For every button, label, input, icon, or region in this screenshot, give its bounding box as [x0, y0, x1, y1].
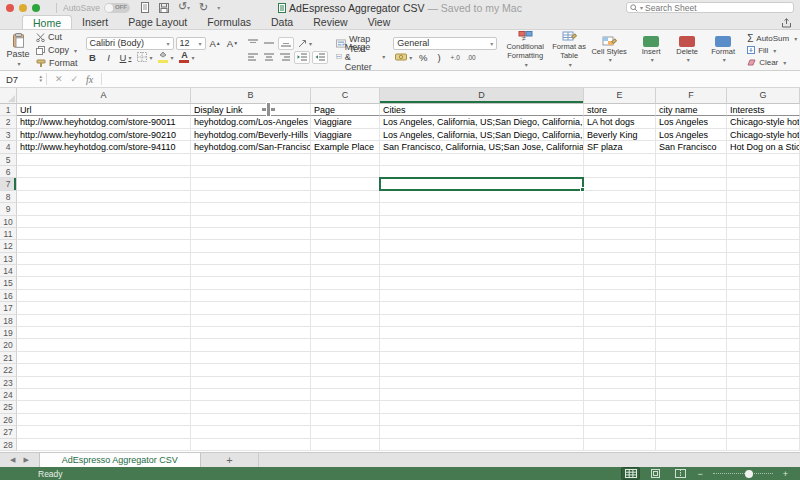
cell-E24[interactable]: [584, 389, 656, 401]
cell-C23[interactable]: [311, 377, 380, 389]
zoom-in-button[interactable]: +: [783, 469, 788, 479]
cell-E15[interactable]: [584, 277, 656, 289]
row-header-3[interactable]: 3: [0, 129, 17, 141]
cell-D28[interactable]: [380, 439, 584, 451]
column-header-A[interactable]: A: [17, 88, 191, 104]
column-header-G[interactable]: G: [727, 88, 800, 104]
cell-B4[interactable]: heyhotdog.com/San-Francisco: [191, 141, 311, 153]
next-sheet-arrow-icon[interactable]: ▶: [23, 456, 28, 464]
cell-E17[interactable]: [584, 302, 656, 314]
row-header-15[interactable]: 15: [0, 277, 17, 289]
close-window-button[interactable]: [6, 4, 14, 12]
cell-G17[interactable]: [727, 302, 800, 314]
cell-D16[interactable]: [380, 290, 584, 302]
increase-font-size-button[interactable]: A▲: [208, 37, 223, 50]
cell-F14[interactable]: [656, 265, 727, 277]
cell-E7[interactable]: [584, 178, 656, 190]
cell-C3[interactable]: Viaggiare: [311, 129, 380, 141]
cell-B5[interactable]: [191, 154, 311, 166]
cell-D23[interactable]: [380, 377, 584, 389]
cell-B1[interactable]: Display Link: [191, 104, 311, 116]
cell-A21[interactable]: [17, 352, 191, 364]
cell-B26[interactable]: [191, 414, 311, 426]
menu-tab-home[interactable]: Home: [22, 15, 72, 29]
cell-G5[interactable]: [727, 154, 800, 166]
row-header-17[interactable]: 17: [0, 302, 17, 314]
align-center-button[interactable]: [262, 51, 276, 64]
row-header-24[interactable]: 24: [0, 389, 17, 401]
cell-A4[interactable]: http://www.heyhotdog.com/store-94110: [17, 141, 191, 153]
cell-B7[interactable]: [191, 178, 311, 190]
cell-F8[interactable]: [656, 191, 727, 203]
cell-C2[interactable]: Viaggiare: [311, 116, 380, 128]
cell-G23[interactable]: [727, 377, 800, 389]
name-box-stepper-icon[interactable]: ▲▼: [39, 75, 43, 83]
cell-F16[interactable]: [656, 290, 727, 302]
row-header-13[interactable]: 13: [0, 253, 17, 265]
decrease-font-size-button[interactable]: A▼: [225, 37, 240, 50]
row-header-20[interactable]: 20: [0, 339, 17, 351]
page-break-view-button[interactable]: [672, 468, 689, 479]
search-scope-caret-icon[interactable]: ▾: [640, 4, 643, 11]
cell-C12[interactable]: [311, 240, 380, 252]
cell-A19[interactable]: [17, 327, 191, 339]
cell-A8[interactable]: [17, 191, 191, 203]
cell-F1[interactable]: city name: [656, 104, 727, 116]
insert-cells-button[interactable]: Insert: [633, 36, 669, 65]
name-box[interactable]: D7 ▲▼: [0, 71, 46, 87]
cell-E23[interactable]: [584, 377, 656, 389]
delete-cells-button[interactable]: Delete: [669, 36, 705, 65]
cell-C25[interactable]: [311, 401, 380, 413]
cell-A1[interactable]: Url: [17, 104, 191, 116]
menu-tab-data[interactable]: Data: [261, 15, 303, 29]
cell-A24[interactable]: [17, 389, 191, 401]
cell-B3[interactable]: heyhotdog.com/Beverly-Hills: [191, 129, 311, 141]
cell-C14[interactable]: [311, 265, 380, 277]
column-header-E[interactable]: E: [584, 88, 656, 104]
search-box[interactable]: ▾: [626, 2, 794, 13]
merge-center-button[interactable]: Merge & Center: [334, 51, 387, 63]
cell-G28[interactable]: [727, 439, 800, 451]
cell-B22[interactable]: [191, 364, 311, 376]
autosave-toggle[interactable]: AutoSave OFF: [63, 3, 130, 13]
fill-color-button[interactable]: [156, 51, 175, 64]
cell-C22[interactable]: [311, 364, 380, 376]
comma-style-button[interactable]: ): [432, 51, 446, 64]
cell-G13[interactable]: [727, 253, 800, 265]
cell-G16[interactable]: [727, 290, 800, 302]
cell-E2[interactable]: LA hot dogs: [584, 116, 656, 128]
copy-button[interactable]: Copy: [34, 44, 80, 56]
cell-F15[interactable]: [656, 277, 727, 289]
cell-D14[interactable]: [380, 265, 584, 277]
cell-D7[interactable]: [380, 178, 584, 190]
cell-D2[interactable]: Los Angeles, California, US;San Diego, C…: [380, 116, 584, 128]
font-family-select[interactable]: Calibri (Body)▾: [86, 37, 174, 50]
cell-C10[interactable]: [311, 216, 380, 228]
increase-decimal-button[interactable]: +.0: [448, 51, 462, 64]
insert-function-button[interactable]: fx: [86, 74, 93, 85]
cell-B15[interactable]: [191, 277, 311, 289]
align-bottom-button[interactable]: [278, 37, 294, 50]
cell-D13[interactable]: [380, 253, 584, 265]
cell-A15[interactable]: [17, 277, 191, 289]
cell-G14[interactable]: [727, 265, 800, 277]
cell-F12[interactable]: [656, 240, 727, 252]
share-icon[interactable]: [781, 18, 792, 28]
zoom-window-button[interactable]: [32, 4, 40, 12]
align-right-button[interactable]: [278, 51, 292, 64]
cell-B19[interactable]: [191, 327, 311, 339]
cell-G10[interactable]: [727, 216, 800, 228]
row-header-16[interactable]: 16: [0, 290, 17, 302]
cell-F22[interactable]: [656, 364, 727, 376]
confirm-entry-button[interactable]: ✓: [71, 74, 79, 84]
cut-button[interactable]: Cut: [34, 31, 80, 43]
row-header-21[interactable]: 21: [0, 352, 17, 364]
cell-B10[interactable]: [191, 216, 311, 228]
bold-button[interactable]: B: [86, 51, 100, 64]
cell-A18[interactable]: [17, 315, 191, 327]
cell-G12[interactable]: [727, 240, 800, 252]
cell-C8[interactable]: [311, 191, 380, 203]
row-header-10[interactable]: 10: [0, 216, 17, 228]
cell-E14[interactable]: [584, 265, 656, 277]
zoom-out-button[interactable]: −: [697, 469, 702, 479]
